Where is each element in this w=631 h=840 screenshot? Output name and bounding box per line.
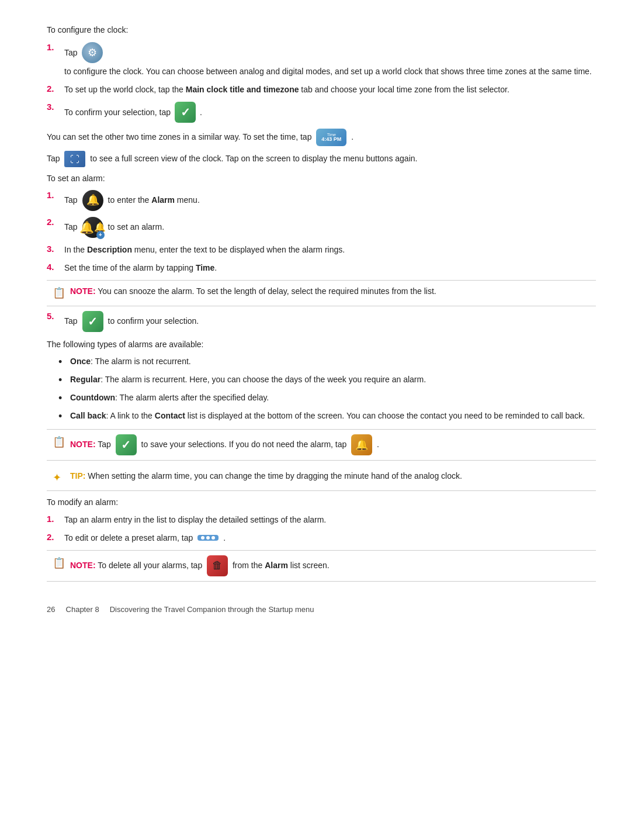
alarm-step-4-text: Set the time of the alarm by tapping Tim… — [64, 263, 217, 272]
check-green-icon-3[interactable] — [116, 434, 137, 455]
configure-step-2: 2. To set up the world clock, tap the Ma… — [47, 84, 596, 96]
page-footer: 26 Chapter 8 Discovering the Travel Comp… — [47, 605, 596, 614]
alarm-step-3-text: In the Description menu, enter the text … — [64, 245, 345, 254]
configure-step-3: 3. To confirm your selection, tap . — [47, 102, 596, 123]
note-snooze-text: You can snooze the alarm. To set the len… — [98, 286, 436, 296]
fullscreen-text-before: Tap — [47, 154, 60, 163]
bullet-callback: • Call back: A link to the Contact list … — [58, 410, 596, 424]
alarm-step-num-1: 1. — [47, 190, 64, 200]
tap-label-1: Tap — [64, 47, 78, 59]
modify-step-num-2: 2. — [47, 532, 64, 542]
alarm-tap-2: Tap — [64, 221, 78, 233]
alarm-step-1-content: Tap to enter the Alarm menu. — [64, 190, 596, 211]
fullscreen-text-after: to see a full screen view of the clock. … — [90, 154, 417, 163]
plus-badge: + — [96, 231, 105, 239]
alarm-icon[interactable] — [82, 190, 103, 211]
dots-icon[interactable] — [197, 535, 219, 541]
step-3-content: To confirm your selection, tap . — [64, 102, 596, 123]
note-delete-content: NOTE: To delete all your alarms, tap fro… — [70, 555, 330, 576]
step-1-text: to configure the clock. You can choose b… — [64, 65, 592, 78]
modify-step-2: 2. To edit or delete a preset alarm, tap… — [47, 532, 596, 544]
alarm-tap-1: Tap — [64, 194, 78, 206]
note-snooze-content: NOTE: You can snooze the alarm. To set t… — [70, 285, 436, 298]
fullscreen-icon[interactable] — [64, 151, 85, 167]
timezone-text-before: You can set the other two time zones in … — [47, 132, 311, 141]
chapter-label: Chapter 8 — [66, 605, 99, 614]
note-icon-3: 📋 — [53, 555, 65, 571]
settings-icon[interactable] — [82, 42, 103, 63]
timezone-text-after: . — [351, 132, 353, 141]
time-widget-icon[interactable]: Time 4:43 PM — [316, 129, 346, 146]
step-3-text-before: To confirm your selection, tap — [64, 106, 171, 119]
note-save-content: NOTE: Tap to save your selections. If yo… — [70, 434, 379, 455]
alarm-add-icon[interactable]: 🔔 + — [82, 217, 103, 238]
modify-step-1-text: Tap an alarm entry in the list to displa… — [64, 515, 326, 524]
bullet-once-text: Once: The alarm is not recurrent. — [70, 355, 191, 368]
note-delete: 📋 NOTE: To delete all your alarms, tap f… — [47, 550, 596, 582]
modify-header: To modify an alarm: — [47, 496, 596, 509]
tip-text: When setting the alarm time, you can cha… — [88, 471, 462, 481]
alarm-step-3: 3. In the Description menu, enter the te… — [47, 244, 596, 256]
alarm-tap-5: Tap — [64, 315, 78, 327]
alarm-step-num-3: 3. — [47, 244, 64, 254]
alarm-types-list: • Once: The alarm is not recurrent. • Re… — [58, 355, 596, 424]
step-num-1: 1. — [47, 42, 64, 52]
note-save-text-before: Tap — [98, 440, 111, 449]
tip-icon: ✦ — [53, 470, 65, 486]
alarm-step-2: 2. Tap 🔔 + to set an alarm. — [47, 217, 596, 238]
alarm-step-num-4: 4. — [47, 262, 64, 272]
note-save: 📋 NOTE: Tap to save your selections. If … — [47, 429, 596, 461]
step-num-2: 2. — [47, 84, 64, 94]
alarm-step-4: 4. Set the time of the alarm by tapping … — [47, 262, 596, 274]
bullet-regular-text: Regular: The alarm is recurrent. Here, y… — [70, 374, 426, 386]
note-icon-2: 📋 — [53, 434, 65, 450]
step-3-text-after: . — [200, 106, 202, 119]
page-num: 26 — [47, 605, 55, 614]
alarm-step-2-text: to set an alarm. — [108, 221, 165, 233]
alarm-step-2-content: Tap 🔔 + to set an alarm. — [64, 217, 596, 238]
alarm-step-5: 5. Tap to confirm your selection. — [47, 311, 596, 332]
modify-step-num-1: 1. — [47, 514, 64, 524]
chapter-title: Discovering the Travel Companion through… — [110, 605, 314, 614]
bullet-once: • Once: The alarm is not recurrent. — [58, 355, 596, 370]
alarm-step-num-2: 2. — [47, 217, 64, 227]
modify-step-2-content: To edit or delete a preset alarm, tap . — [64, 532, 596, 544]
step-2-content: To set up the world clock, tap the Main … — [64, 84, 596, 96]
check-green-icon-2[interactable] — [82, 311, 103, 332]
note-delete-text-before: To delete all your alarms, tap — [98, 560, 202, 569]
note-snooze: 📋 NOTE: You can snooze the alarm. To set… — [47, 280, 596, 306]
alarm-step-5-text: to confirm your selection. — [108, 315, 199, 327]
note-delete-text-middle: from the Alarm list screen. — [233, 560, 330, 569]
timezone-para: You can set the other two time zones in … — [47, 129, 596, 146]
alarm-delete-icon[interactable] — [351, 434, 372, 455]
check-green-icon-1[interactable] — [175, 102, 196, 123]
note-save-text-after: . — [377, 440, 379, 449]
step-num-3: 3. — [47, 102, 64, 112]
note-save-text-middle: to save your selections. If you do not n… — [141, 440, 347, 449]
intro-text: To configure the clock: — [47, 23, 596, 36]
alarm-step-num-5: 5. — [47, 311, 64, 321]
alarm-types-header: The following types of alarms are availa… — [47, 338, 596, 351]
modify-tap-2: To edit or delete a preset alarm, tap — [64, 532, 193, 544]
bullet-countdown: • Countdown: The alarm alerts after the … — [58, 392, 596, 406]
alarm-step-1: 1. Tap to enter the Alarm menu. — [47, 190, 596, 211]
note-icon-1: 📋 — [53, 285, 65, 301]
alarm-step-4-content: Set the time of the alarm by tapping Tim… — [64, 262, 596, 274]
step-2-text: To set up the world clock, tap the Main … — [64, 85, 509, 94]
bullet-callback-text: Call back: A link to the Contact list is… — [70, 410, 585, 422]
alarm-step-5-content: Tap to confirm your selection. — [64, 311, 596, 332]
configure-step-1: 1. Tap to configure the clock. You can c… — [47, 42, 596, 78]
intro-section: To configure the clock: — [47, 23, 596, 36]
alarm-step-1-text: to enter the Alarm menu. — [108, 194, 200, 206]
modify-step-2-text-after: . — [223, 532, 226, 544]
alarm-header: To set an alarm: — [47, 172, 596, 185]
alarm-step-3-content: In the Description menu, enter the text … — [64, 244, 596, 256]
modify-step-1-content: Tap an alarm entry in the list to displa… — [64, 514, 596, 526]
fullscreen-para: Tap to see a full screen view of the clo… — [47, 151, 596, 167]
step-1-content: Tap to configure the clock. You can choo… — [64, 42, 596, 78]
bullet-regular: • Regular: The alarm is recurrent. Here,… — [58, 374, 596, 388]
modify-step-1: 1. Tap an alarm entry in the list to dis… — [47, 514, 596, 526]
trash-icon[interactable] — [207, 555, 228, 576]
tip-content: TIP: When setting the alarm time, you ca… — [70, 470, 462, 482]
bullet-countdown-text: Countdown: The alarm alerts after the sp… — [70, 392, 269, 404]
